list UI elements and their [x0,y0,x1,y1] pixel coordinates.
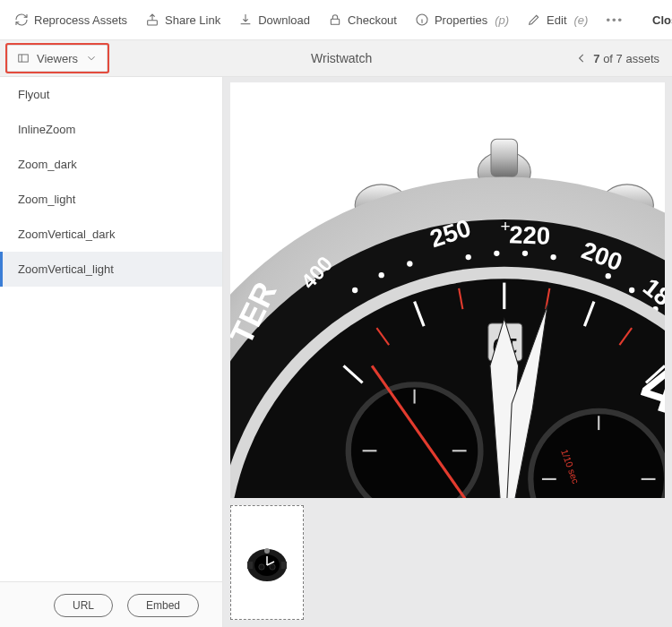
sidebar: FlyoutInlineZoomZoom_darkZoom_lightZoomV… [0,77,223,627]
viewer-item-zoom_dark[interactable]: Zoom_dark [0,147,222,182]
properties-hint: (p) [495,13,509,27]
viewer-item-flyout[interactable]: Flyout [0,77,222,112]
info-icon [415,13,429,27]
more-actions-button[interactable]: ••• [600,13,629,27]
close-button[interactable]: Close [643,10,672,30]
svg-point-17 [466,254,471,260]
reprocess-assets-button[interactable]: Reprocess Assets [9,9,133,30]
svg-rect-0 [148,21,158,25]
svg-rect-1 [331,19,339,24]
page-current: 7 [593,52,599,65]
svg-rect-61 [281,562,287,569]
wristwatch-image: 250 220 200 180 160 TER 400 [230,82,665,498]
sidebar-actions: URL Embed [0,581,222,627]
checkout-button[interactable]: Checkout [323,9,402,30]
thumbnail-1[interactable] [230,505,304,620]
edit-label: Edit [547,13,566,27]
viewer-item-zoomvertical_dark[interactable]: ZoomVertical_dark [0,217,222,252]
svg-rect-3 [19,55,29,62]
svg-point-21 [606,273,611,279]
svg-rect-60 [247,562,253,569]
url-button[interactable]: URL [54,594,113,617]
asset-title: Wristwatch [108,51,575,65]
sub-toolbar: Viewers Wristwatch 7 of 7 assets [0,40,672,77]
svg-text:+: + [501,217,511,236]
svg-rect-7 [491,139,518,176]
svg-point-18 [494,251,499,256]
properties-button[interactable]: Properties (p) [409,9,514,30]
svg-point-66 [270,564,275,570]
share-icon [145,13,159,27]
svg-text:220: 220 [509,220,551,250]
svg-point-62 [264,548,270,554]
checkout-label: Checkout [348,13,397,27]
svg-point-20 [550,254,556,260]
share-label: Share Link [165,13,220,27]
preview-canvas: 250 220 200 180 160 TER 400 [223,77,672,627]
edit-hint: (e) [574,13,589,27]
share-link-button[interactable]: Share Link [140,9,226,30]
svg-point-19 [522,251,528,256]
refresh-icon [14,13,29,27]
preview-stage[interactable]: 250 220 200 180 160 TER 400 [230,82,665,498]
viewers-dropdown[interactable]: Viewers [7,45,108,72]
chevron-left-icon[interactable] [575,52,588,64]
svg-point-65 [259,564,264,570]
lock-icon [328,13,342,27]
embed-button[interactable]: Embed [127,594,199,617]
svg-point-26 [379,272,384,278]
svg-point-27 [352,288,358,293]
svg-point-22 [629,288,634,293]
viewer-item-zoomvertical_light[interactable]: ZoomVertical_light [0,252,222,287]
reprocess-label: Reprocess Assets [34,13,127,27]
thumbnail-strip [230,505,665,620]
viewer-item-inlinezoom[interactable]: InlineZoom [0,112,222,147]
chevron-down-icon [85,52,98,64]
download-icon [238,13,253,27]
viewer-item-zoom_light[interactable]: Zoom_light [0,182,222,217]
download-label: Download [258,13,310,27]
svg-point-25 [407,261,412,266]
pencil-icon [527,13,541,27]
viewers-label: Viewers [37,52,78,65]
viewer-list: FlyoutInlineZoomZoom_darkZoom_lightZoomV… [0,77,222,581]
edit-button[interactable]: Edit (e) [521,9,593,30]
download-button[interactable]: Download [233,9,315,30]
page-of: of 7 assets [603,52,659,65]
asset-pager: 7 of 7 assets [575,52,659,65]
panel-icon [17,52,30,64]
properties-label: Properties [435,13,487,27]
thumbnail-image [240,540,294,585]
top-toolbar: Reprocess Assets Share Link Download Che… [0,0,672,40]
